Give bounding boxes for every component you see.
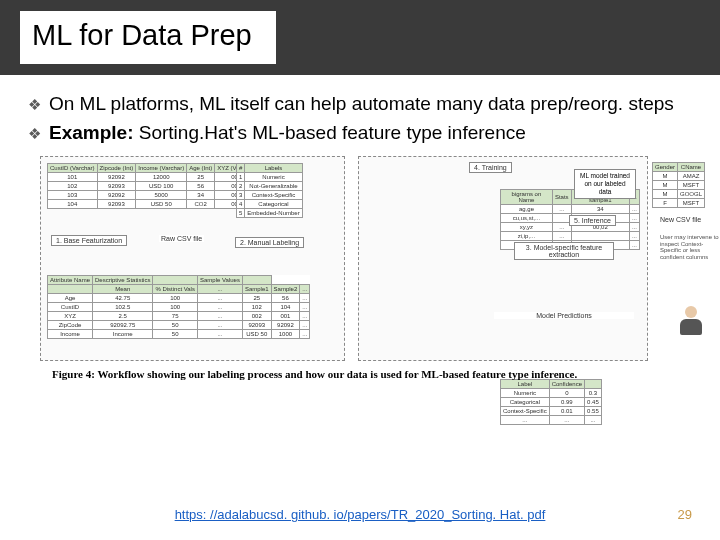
feature-extraction-label: 3. Model-specific feature extraction (514, 242, 614, 260)
slide-footer: https: //adalabucsd. github. io/papers/T… (0, 507, 720, 522)
predictions-table: LabelConfidenceNumeric00.3Categorical0.9… (500, 379, 602, 425)
workflow-diagram: CustID (Varchar)Zipcode (Int)Income (Var… (40, 156, 680, 391)
raw-csv-label: Raw CSV file (159, 235, 204, 242)
bullet-1: ❖ On ML platforms, ML itself can help au… (28, 91, 692, 118)
side-column: GenderCNameMAMAZMMSFTMGOOGLFMSFT New CSV… (652, 156, 720, 361)
labels-table: #Labels1Numeric2Not-Generalizable3Contex… (236, 163, 303, 218)
bullet-2: ❖ Example: Sorting.Hat's ML-based featur… (28, 120, 692, 147)
reference-link[interactable]: https: //adalabucsd. github. io/papers/T… (175, 507, 546, 522)
right-panel: 4. Training bigrams on NameStatsbigrams … (358, 156, 648, 361)
slide-content: ❖ On ML platforms, ML itself can help au… (0, 75, 720, 407)
diamond-icon: ❖ (28, 94, 41, 118)
diamond-icon: ❖ (28, 123, 41, 147)
page-number: 29 (678, 507, 692, 522)
ml-model-box: ML model trained on our labeled data (574, 169, 636, 198)
base-featurization-label: 1. Base Featurization (51, 235, 127, 246)
title-box: ML for Data Prep (20, 11, 276, 64)
bullet-2-label: Example: (49, 122, 133, 143)
bullet-2-rest: Sorting.Hat's ML-based feature type infe… (133, 122, 525, 143)
slide-title: ML for Data Prep (32, 19, 252, 52)
new-csv-table: GenderCNameMAMAZMMSFTMGOOGLFMSFT (652, 162, 705, 208)
user-note: User may intervene to inspect Context-Sp… (660, 234, 720, 260)
slide-header: ML for Data Prep (0, 0, 720, 75)
figure-caption: Figure 4: Workflow showing our labeling … (52, 368, 577, 380)
new-csv-label: New CSV file (658, 216, 703, 223)
bullet-2-text: Example: Sorting.Hat's ML-based feature … (49, 120, 526, 147)
inference-label: 5. Inference (569, 215, 616, 226)
raw-csv-table: CustID (Varchar)Zipcode (Int)Income (Var… (47, 163, 258, 209)
manual-labeling-label: 2. Manual Labeling (235, 237, 304, 248)
bullet-1-text: On ML platforms, ML itself can help auto… (49, 91, 674, 118)
model-predictions-label: Model Predictions (494, 312, 634, 319)
user-avatar-icon (677, 306, 705, 338)
featurized-table: Attribute NameDescriptive StatisticsSamp… (47, 275, 310, 339)
left-panel: CustID (Varchar)Zipcode (Int)Income (Var… (40, 156, 345, 361)
